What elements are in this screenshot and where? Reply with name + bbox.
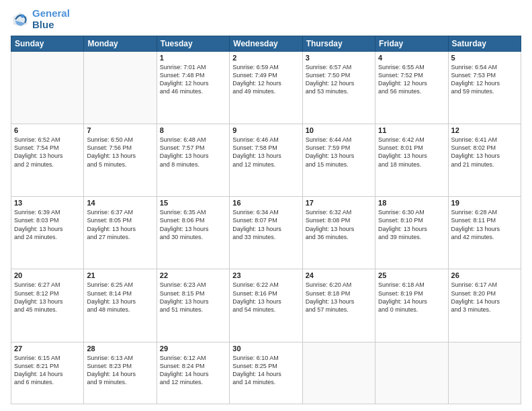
day-number: 27 [14, 345, 81, 353]
calendar-cell: 10Sunrise: 6:44 AM Sunset: 7:59 PM Dayli… [302, 124, 375, 197]
calendar-cell: 5Sunrise: 6:54 AM Sunset: 7:53 PM Daylig… [448, 52, 521, 124]
cell-info: Sunrise: 6:37 AM Sunset: 8:05 PM Dayligh… [87, 208, 153, 241]
calendar-cell: 25Sunrise: 6:18 AM Sunset: 8:19 PM Dayli… [375, 269, 448, 342]
day-number: 7 [87, 126, 153, 134]
day-header-saturday: Saturday [448, 36, 521, 52]
day-number: 14 [87, 199, 153, 207]
day-number: 21 [87, 271, 153, 279]
day-number: 4 [378, 54, 445, 62]
cell-info: Sunrise: 6:52 AM Sunset: 7:54 PM Dayligh… [14, 136, 81, 169]
cell-info: Sunrise: 6:59 AM Sunset: 7:49 PM Dayligh… [232, 63, 299, 96]
cell-info: Sunrise: 6:48 AM Sunset: 7:57 PM Dayligh… [160, 136, 226, 169]
cell-info: Sunrise: 6:39 AM Sunset: 8:03 PM Dayligh… [14, 208, 81, 241]
cell-info: Sunrise: 6:44 AM Sunset: 7:59 PM Dayligh… [306, 136, 372, 169]
cell-info: Sunrise: 6:18 AM Sunset: 8:19 PM Dayligh… [378, 281, 445, 314]
day-number: 18 [378, 199, 445, 207]
day-header-tuesday: Tuesday [157, 36, 229, 52]
calendar-cell: 2Sunrise: 6:59 AM Sunset: 7:49 PM Daylig… [230, 52, 302, 124]
cell-info: Sunrise: 6:41 AM Sunset: 8:02 PM Dayligh… [451, 136, 518, 169]
day-number: 17 [306, 199, 372, 207]
day-header-thursday: Thursday [302, 36, 375, 52]
calendar-cell: 16Sunrise: 6:34 AM Sunset: 8:07 PM Dayli… [230, 197, 302, 269]
cell-info: Sunrise: 6:42 AM Sunset: 8:01 PM Dayligh… [378, 136, 445, 169]
calendar-cell: 8Sunrise: 6:48 AM Sunset: 7:57 PM Daylig… [157, 124, 229, 197]
calendar-cell [84, 52, 157, 124]
calendar: SundayMondayTuesdayWednesdayThursdayFrid… [11, 36, 521, 404]
day-number: 20 [14, 271, 81, 279]
calendar-cell: 28Sunrise: 6:13 AM Sunset: 8:23 PM Dayli… [84, 342, 157, 404]
day-number: 22 [160, 271, 226, 279]
day-header-wednesday: Wednesday [230, 36, 302, 52]
day-header-friday: Friday [375, 36, 448, 52]
day-number: 10 [306, 126, 372, 134]
day-number: 6 [14, 126, 81, 134]
logo-icon [11, 10, 30, 29]
calendar-cell: 24Sunrise: 6:20 AM Sunset: 8:18 PM Dayli… [302, 269, 375, 342]
calendar-cell: 26Sunrise: 6:17 AM Sunset: 8:20 PM Dayli… [448, 269, 521, 342]
calendar-cell: 27Sunrise: 6:15 AM Sunset: 8:21 PM Dayli… [11, 342, 84, 404]
calendar-cell: 1Sunrise: 7:01 AM Sunset: 7:48 PM Daylig… [157, 52, 229, 124]
calendar-cell: 18Sunrise: 6:30 AM Sunset: 8:10 PM Dayli… [375, 197, 448, 269]
day-header-sunday: Sunday [11, 36, 84, 52]
day-number: 3 [306, 54, 372, 62]
day-number: 11 [378, 126, 445, 134]
day-number: 13 [14, 199, 81, 207]
calendar-header-row: SundayMondayTuesdayWednesdayThursdayFrid… [11, 36, 521, 52]
day-number: 16 [232, 199, 299, 207]
cell-info: Sunrise: 6:10 AM Sunset: 8:25 PM Dayligh… [232, 354, 299, 387]
calendar-week-2: 6Sunrise: 6:52 AM Sunset: 7:54 PM Daylig… [11, 124, 521, 197]
cell-info: Sunrise: 6:32 AM Sunset: 8:08 PM Dayligh… [306, 208, 372, 241]
calendar-cell: 19Sunrise: 6:28 AM Sunset: 8:11 PM Dayli… [448, 197, 521, 269]
day-number: 23 [232, 271, 299, 279]
calendar-cell: 4Sunrise: 6:55 AM Sunset: 7:52 PM Daylig… [375, 52, 448, 124]
calendar-week-3: 13Sunrise: 6:39 AM Sunset: 8:03 PM Dayli… [11, 197, 521, 269]
cell-info: Sunrise: 6:27 AM Sunset: 8:12 PM Dayligh… [14, 281, 81, 314]
calendar-cell: 13Sunrise: 6:39 AM Sunset: 8:03 PM Dayli… [11, 197, 84, 269]
logo-text: General Blue [32, 8, 70, 30]
calendar-cell: 9Sunrise: 6:46 AM Sunset: 7:58 PM Daylig… [230, 124, 302, 197]
cell-info: Sunrise: 6:30 AM Sunset: 8:10 PM Dayligh… [378, 208, 445, 241]
calendar-cell: 21Sunrise: 6:25 AM Sunset: 8:14 PM Dayli… [84, 269, 157, 342]
calendar-cell: 20Sunrise: 6:27 AM Sunset: 8:12 PM Dayli… [11, 269, 84, 342]
calendar-cell: 6Sunrise: 6:52 AM Sunset: 7:54 PM Daylig… [11, 124, 84, 197]
day-header-monday: Monday [84, 36, 157, 52]
cell-info: Sunrise: 6:25 AM Sunset: 8:14 PM Dayligh… [87, 281, 153, 314]
day-number: 9 [232, 126, 299, 134]
day-number: 25 [378, 271, 445, 279]
calendar-cell [448, 342, 521, 404]
calendar-week-4: 20Sunrise: 6:27 AM Sunset: 8:12 PM Dayli… [11, 269, 521, 342]
cell-info: Sunrise: 6:54 AM Sunset: 7:53 PM Dayligh… [451, 63, 518, 96]
calendar-cell: 29Sunrise: 6:12 AM Sunset: 8:24 PM Dayli… [157, 342, 229, 404]
calendar-cell: 22Sunrise: 6:23 AM Sunset: 8:15 PM Dayli… [157, 269, 229, 342]
header: General Blue [11, 8, 521, 30]
day-number: 1 [160, 54, 226, 62]
cell-info: Sunrise: 6:46 AM Sunset: 7:58 PM Dayligh… [232, 136, 299, 169]
calendar-cell: 15Sunrise: 6:35 AM Sunset: 8:06 PM Dayli… [157, 197, 229, 269]
cell-info: Sunrise: 6:55 AM Sunset: 7:52 PM Dayligh… [378, 63, 445, 96]
calendar-cell: 14Sunrise: 6:37 AM Sunset: 8:05 PM Dayli… [84, 197, 157, 269]
cell-info: Sunrise: 6:15 AM Sunset: 8:21 PM Dayligh… [14, 354, 81, 387]
cell-info: Sunrise: 6:17 AM Sunset: 8:20 PM Dayligh… [451, 281, 518, 314]
logo: General Blue [11, 8, 70, 30]
cell-info: Sunrise: 6:35 AM Sunset: 8:06 PM Dayligh… [160, 208, 226, 241]
calendar-cell [375, 342, 448, 404]
cell-info: Sunrise: 6:20 AM Sunset: 8:18 PM Dayligh… [306, 281, 372, 314]
day-number: 15 [160, 199, 226, 207]
cell-info: Sunrise: 6:50 AM Sunset: 7:56 PM Dayligh… [87, 136, 153, 169]
day-number: 12 [451, 126, 518, 134]
calendar-cell: 30Sunrise: 6:10 AM Sunset: 8:25 PM Dayli… [230, 342, 302, 404]
calendar-cell: 7Sunrise: 6:50 AM Sunset: 7:56 PM Daylig… [84, 124, 157, 197]
cell-info: Sunrise: 6:34 AM Sunset: 8:07 PM Dayligh… [232, 208, 299, 241]
calendar-cell: 11Sunrise: 6:42 AM Sunset: 8:01 PM Dayli… [375, 124, 448, 197]
calendar-cell: 17Sunrise: 6:32 AM Sunset: 8:08 PM Dayli… [302, 197, 375, 269]
svg-point-1 [21, 14, 24, 17]
calendar-cell: 12Sunrise: 6:41 AM Sunset: 8:02 PM Dayli… [448, 124, 521, 197]
day-number: 19 [451, 199, 518, 207]
day-number: 8 [160, 126, 226, 134]
cell-info: Sunrise: 6:22 AM Sunset: 8:16 PM Dayligh… [232, 281, 299, 314]
calendar-week-5: 27Sunrise: 6:15 AM Sunset: 8:21 PM Dayli… [11, 342, 521, 404]
calendar-cell: 3Sunrise: 6:57 AM Sunset: 7:50 PM Daylig… [302, 52, 375, 124]
cell-info: Sunrise: 6:28 AM Sunset: 8:11 PM Dayligh… [451, 208, 518, 241]
cell-info: Sunrise: 6:13 AM Sunset: 8:23 PM Dayligh… [87, 354, 153, 387]
day-number: 26 [451, 271, 518, 279]
